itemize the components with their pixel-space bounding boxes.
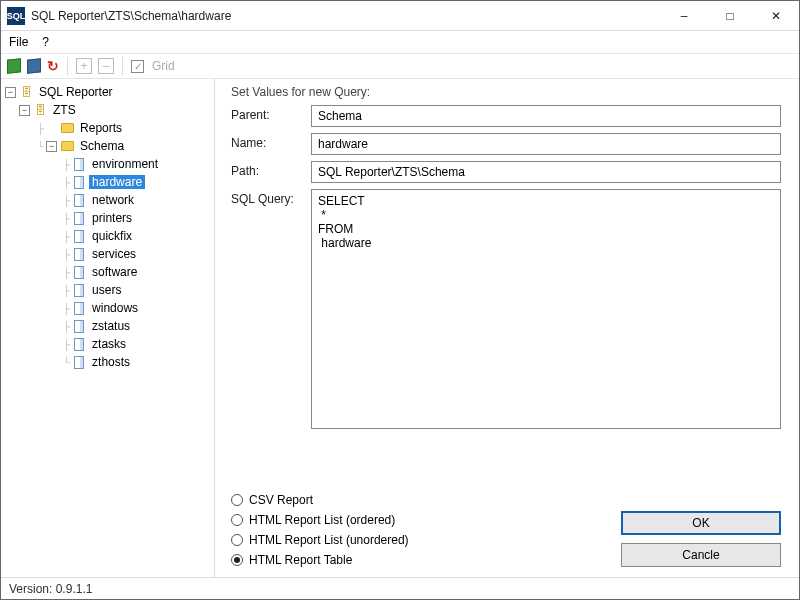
tree-connector: ├: [63, 249, 69, 260]
toolbar-separator: [67, 57, 68, 75]
tree-item-users[interactable]: ├users: [5, 281, 214, 299]
tree-item-label: hardware: [89, 175, 145, 189]
tree-item-label: zthosts: [89, 355, 133, 369]
database-icon: 🗄: [33, 103, 47, 117]
toolbar: ↻ + – ✓ Grid: [1, 53, 799, 79]
row-parent: Parent:: [231, 105, 781, 127]
tree-item-label: printers: [89, 211, 135, 225]
add-icon[interactable]: +: [76, 58, 92, 74]
page-icon: [74, 266, 84, 279]
label-sql: SQL Query:: [231, 189, 311, 206]
tree-item-services[interactable]: ├services: [5, 245, 214, 263]
tree-item-label: services: [89, 247, 139, 261]
page-icon: [74, 212, 84, 225]
radio-label: CSV Report: [249, 493, 313, 507]
row-name: Name:: [231, 133, 781, 155]
radio-row[interactable]: CSV Report: [231, 493, 409, 507]
tree-pane: − 🗄 SQL Reporter − 🗄 ZTS ├ Reports └: [1, 79, 215, 577]
version-label: Version: 0.9.1.1: [9, 582, 92, 596]
tree-item-zstatus[interactable]: ├zstatus: [5, 317, 214, 335]
tree-item-label: zstatus: [89, 319, 133, 333]
page-icon: [74, 320, 84, 333]
radio-row[interactable]: HTML Report List (ordered): [231, 513, 409, 527]
bottom-bar: CSV ReportHTML Report List (ordered)HTML…: [231, 493, 781, 567]
tree-connector: ├: [63, 213, 69, 224]
tree-connector: └: [63, 357, 69, 368]
input-path[interactable]: [311, 161, 781, 183]
menu-file[interactable]: File: [9, 35, 28, 49]
open-cube-icon[interactable]: [27, 58, 41, 73]
tree-item-label: ztasks: [89, 337, 129, 351]
app-window: SQL SQL Reporter\ZTS\Schema\hardware – □…: [0, 0, 800, 600]
toolbar-separator: [122, 57, 123, 75]
tree-root-label: SQL Reporter: [36, 85, 116, 99]
page-icon: [74, 302, 84, 315]
folder-icon: [61, 141, 74, 151]
button-group: OK Cancle: [621, 511, 781, 567]
tree-item-quickfix[interactable]: ├quickfix: [5, 227, 214, 245]
close-button[interactable]: ✕: [753, 1, 799, 31]
radio-label: HTML Report List (unordered): [249, 533, 409, 547]
grid-checkbox[interactable]: ✓: [131, 60, 144, 73]
input-parent[interactable]: [311, 105, 781, 127]
tree-item-printers[interactable]: ├printers: [5, 209, 214, 227]
tree-root[interactable]: − 🗄 SQL Reporter: [5, 83, 214, 101]
tree-item-software[interactable]: ├software: [5, 263, 214, 281]
tree-folder-label: Reports: [77, 121, 125, 135]
input-sql[interactable]: SELECT * FROM hardware: [311, 189, 781, 429]
maximize-button[interactable]: □: [707, 1, 753, 31]
tree-item-hardware[interactable]: ├hardware: [5, 173, 214, 191]
statusbar: Version: 0.9.1.1: [1, 577, 799, 599]
tree-item-network[interactable]: ├network: [5, 191, 214, 209]
tree-connector: └: [37, 141, 43, 152]
tree-item-label: users: [89, 283, 124, 297]
grid-label: Grid: [152, 59, 175, 73]
page-icon: [74, 356, 84, 369]
page-icon: [74, 338, 84, 351]
page-icon: [74, 194, 84, 207]
tree-item-zthosts[interactable]: └zthosts: [5, 353, 214, 371]
radio-icon[interactable]: [231, 514, 243, 526]
minimize-button[interactable]: –: [661, 1, 707, 31]
tree-connector: ├: [63, 177, 69, 188]
window-title: SQL Reporter\ZTS\Schema\hardware: [31, 9, 661, 23]
remove-icon[interactable]: –: [98, 58, 114, 74]
radio-icon[interactable]: [231, 554, 243, 566]
tree-item-label: windows: [89, 301, 141, 315]
radio-row[interactable]: HTML Report Table: [231, 553, 409, 567]
page-icon: [74, 248, 84, 261]
ok-button[interactable]: OK: [621, 511, 781, 535]
tree-folder-schema[interactable]: └ − Schema: [5, 137, 214, 155]
tree-connector: ├: [63, 231, 69, 242]
cancel-button[interactable]: Cancle: [621, 543, 781, 567]
tree-db[interactable]: − 🗄 ZTS: [5, 101, 214, 119]
label-path: Path:: [231, 161, 311, 178]
tree-item-label: software: [89, 265, 140, 279]
tree-item-ztasks[interactable]: ├ztasks: [5, 335, 214, 353]
label-name: Name:: [231, 133, 311, 150]
refresh-icon[interactable]: ↻: [47, 58, 59, 74]
radio-icon[interactable]: [231, 494, 243, 506]
tree-item-environment[interactable]: ├environment: [5, 155, 214, 173]
collapse-icon[interactable]: −: [5, 87, 16, 98]
tree-connector: ├: [63, 285, 69, 296]
tree-connector: ├: [63, 339, 69, 350]
tree-item-windows[interactable]: ├windows: [5, 299, 214, 317]
page-icon: [74, 284, 84, 297]
menubar: File ?: [1, 31, 799, 53]
menu-help[interactable]: ?: [42, 35, 49, 49]
collapse-icon[interactable]: −: [19, 105, 30, 116]
radio-row[interactable]: HTML Report List (unordered): [231, 533, 409, 547]
tree: − 🗄 SQL Reporter − 🗄 ZTS ├ Reports └: [5, 83, 214, 371]
page-icon: [74, 176, 84, 189]
new-cube-icon[interactable]: [7, 58, 21, 73]
collapse-icon[interactable]: −: [46, 141, 57, 152]
tree-connector: ├: [63, 303, 69, 314]
section-title: Set Values for new Query:: [231, 85, 781, 99]
tree-folder-reports[interactable]: ├ Reports: [5, 119, 214, 137]
radio-icon[interactable]: [231, 534, 243, 546]
input-name[interactable]: [311, 133, 781, 155]
tree-folder-label: Schema: [77, 139, 127, 153]
tree-connector: ├: [63, 159, 69, 170]
tree-item-label: quickfix: [89, 229, 135, 243]
